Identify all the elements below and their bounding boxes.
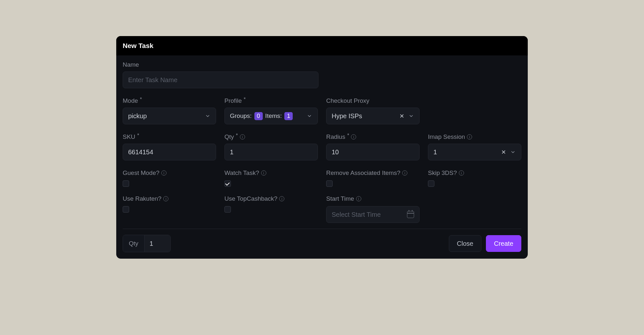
info-icon: i — [279, 196, 284, 201]
profile-groups-label: Groups: — [230, 112, 252, 120]
info-icon: i — [467, 134, 472, 139]
info-icon: i — [459, 170, 464, 176]
profile-groups-badge: 0 — [254, 112, 263, 120]
calendar-icon — [407, 211, 414, 218]
sku-input-wrapper[interactable] — [123, 144, 216, 160]
clear-icon[interactable] — [399, 113, 404, 119]
profile-items-label: Items: — [265, 112, 282, 120]
use-topcashback-label: Use TopCashback?i — [224, 195, 318, 202]
remove-assoc-checkbox[interactable] — [326, 180, 333, 187]
remove-assoc-label: Remove Associated Items?i — [326, 169, 420, 177]
info-icon: i — [356, 196, 361, 201]
footer-qty-input[interactable] — [145, 235, 170, 252]
sku-input[interactable] — [128, 148, 211, 156]
checkout-proxy-label: Checkout Proxy — [326, 97, 420, 104]
create-button[interactable]: Create — [486, 235, 521, 252]
footer-qty-label: Qty — [123, 235, 145, 252]
imap-value: 1 — [433, 148, 437, 156]
dialog-footer: Qty Close Create — [116, 229, 528, 259]
info-icon: i — [261, 170, 266, 176]
profile-items-badge: 1 — [284, 112, 293, 120]
mode-select[interactable]: pickup — [123, 108, 216, 124]
info-icon: i — [402, 170, 407, 176]
dialog-title: New Task — [116, 36, 528, 55]
guest-mode-label: Guest Mode?i — [123, 169, 216, 177]
chevron-down-icon — [408, 113, 414, 119]
clear-icon[interactable] — [501, 149, 506, 155]
start-time-select[interactable]: Select Start Time — [326, 206, 420, 223]
guest-mode-checkbox[interactable] — [123, 180, 129, 187]
radius-input-wrapper[interactable] — [326, 144, 420, 160]
name-input-wrapper[interactable] — [123, 72, 318, 88]
profile-select[interactable]: Groups: 0 Items: 1 — [224, 108, 318, 124]
start-time-label: Start Timei — [326, 195, 420, 202]
watch-task-label: Watch Task?i — [224, 169, 318, 177]
radius-label: Radius*i — [326, 133, 420, 140]
checkout-proxy-select[interactable]: Hype ISPs — [326, 108, 420, 124]
footer-qty-group: Qty — [123, 235, 171, 252]
info-icon: i — [163, 196, 168, 201]
use-topcashback-checkbox[interactable] — [224, 206, 231, 213]
qty-label: Qty*i — [224, 133, 318, 140]
sku-label: SKU* — [123, 133, 216, 140]
use-rakuten-label: Use Rakuten?i — [123, 195, 216, 202]
info-icon: i — [240, 134, 245, 139]
skip-3ds-checkbox[interactable] — [428, 180, 434, 187]
qty-input[interactable] — [230, 148, 312, 156]
chevron-down-icon — [510, 149, 516, 155]
watch-task-checkbox[interactable] — [224, 180, 231, 187]
start-time-placeholder: Select Start Time — [332, 211, 381, 218]
chevron-down-icon — [205, 113, 211, 119]
use-rakuten-checkbox[interactable] — [123, 206, 129, 213]
info-icon: i — [351, 134, 356, 139]
profile-label: Profile* — [224, 97, 318, 104]
info-icon: i — [161, 170, 166, 176]
dialog-body: Name Mode* pickup Profile* Groups: — [116, 55, 528, 229]
skip-3ds-label: Skip 3DS?i — [428, 169, 521, 177]
mode-label: Mode* — [123, 97, 216, 104]
qty-input-wrapper[interactable] — [224, 144, 318, 160]
imap-label: Imap Sessioni — [428, 133, 521, 140]
mode-value: pickup — [128, 112, 147, 120]
name-input[interactable] — [128, 76, 313, 84]
chevron-down-icon — [307, 113, 312, 119]
radius-input[interactable] — [332, 148, 414, 156]
new-task-dialog: New Task Name Mode* pickup Profile* — [116, 36, 528, 259]
close-button[interactable]: Close — [449, 235, 481, 252]
checkout-proxy-value: Hype ISPs — [332, 112, 362, 120]
imap-select[interactable]: 1 — [428, 144, 521, 160]
name-label: Name — [123, 61, 521, 68]
